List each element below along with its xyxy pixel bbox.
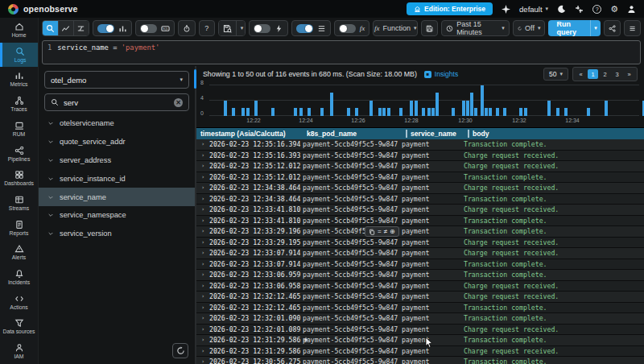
table-row[interactable]: ›2026-02-23 12:32:12.465payment-5ccb49f5… [196, 303, 644, 314]
table-row[interactable]: ›2026-02-23 12:32:01.090payment-5ccb49f5… [196, 313, 644, 325]
histogram-bar[interactable] [224, 101, 227, 116]
table-row[interactable]: ›2026-02-23 12:33:07.914payment-5ccb49f5… [196, 259, 644, 271]
pager-page-1[interactable]: 1 [588, 69, 598, 79]
histogram-bar[interactable] [503, 108, 506, 116]
saved-search-button[interactable] [219, 21, 236, 35]
help-icon[interactable]: ? [592, 5, 601, 14]
column-header-pod[interactable]: k8s_pod_name [303, 128, 402, 139]
expand-row-icon[interactable]: › [196, 358, 209, 364]
histogram-bar[interactable] [387, 108, 390, 116]
histogram-bar[interactable] [452, 108, 455, 116]
histogram-bar[interactable] [254, 101, 258, 116]
insights-link[interactable]: ■ Insights [424, 70, 458, 78]
run-query-dropdown[interactable]: ▾ [590, 20, 601, 36]
expand-row-icon[interactable]: › [196, 174, 209, 180]
histogram-bar[interactable] [378, 108, 382, 116]
histogram-bar[interactable] [587, 108, 590, 116]
table-row[interactable]: ›2026-02-23 12:35:16.394payment-5ccb49f5… [196, 139, 644, 151]
function-toggle[interactable] [339, 24, 356, 33]
expand-row-icon[interactable]: › [196, 196, 209, 202]
quick-mode-toggle[interactable] [254, 24, 270, 33]
sidebar-item-pipelines[interactable]: Pipelines [0, 141, 38, 166]
histogram-bar[interactable] [470, 93, 473, 116]
column-header-timestamp[interactable]: timestamp (Asia/Calcutta) [196, 128, 303, 139]
auto-refresh-select[interactable]: Off ▾ [513, 20, 546, 36]
field-item-service_instance_id[interactable]: service_instance_id [39, 169, 195, 188]
sidebar-item-dashboards[interactable]: Dashboards [0, 166, 38, 191]
sidebar-item-reports[interactable]: Reports [0, 216, 38, 241]
add-field-icon[interactable]: ⊕ [390, 228, 395, 235]
table-row[interactable]: ›2026-02-23 12:32:01.089payment-5ccb49f5… [196, 325, 644, 336]
pager-page-2[interactable]: 2 [600, 69, 610, 79]
histogram-bar[interactable] [294, 108, 297, 116]
expand-row-icon[interactable]: › [196, 228, 209, 234]
community-slack-icon[interactable] [575, 5, 584, 14]
histogram-bar[interactable] [410, 101, 413, 116]
expand-row-icon[interactable]: › [196, 337, 209, 343]
table-row[interactable]: ›2026-02-23 12:34:38.464payment-5ccb49f5… [196, 183, 644, 194]
query-help-button[interactable]: ? [199, 20, 215, 36]
histogram-bar[interactable] [547, 101, 551, 116]
table-row[interactable]: ›2026-02-23 12:35:12.012payment-5ccb49f5… [196, 172, 644, 184]
pager-page-3[interactable]: 3 [612, 69, 622, 79]
histogram-bar[interactable] [427, 108, 431, 116]
refresh-fields-button[interactable] [172, 343, 188, 358]
expand-row-icon[interactable]: › [196, 348, 209, 354]
panel-splitter-handle[interactable] [194, 69, 196, 89]
org-selector[interactable]: default ▾ [519, 5, 548, 14]
sidebar-item-home[interactable]: Home [0, 18, 38, 43]
sidebar-item-actions[interactable]: Actions [0, 290, 38, 315]
expand-row-icon[interactable]: › [196, 315, 209, 321]
sql-mode-toggle[interactable] [140, 24, 157, 33]
table-row[interactable]: ›2026-02-23 12:33:07.914payment-5ccb49f5… [196, 248, 644, 259]
page-size-select[interactable]: 50 ▾ [543, 68, 568, 81]
column-resize-handle[interactable] [406, 130, 407, 138]
results-list-toggle[interactable] [296, 24, 313, 33]
histogram-plot[interactable]: 048 [209, 84, 639, 116]
histogram-bar[interactable] [369, 101, 373, 116]
table-row[interactable]: ›2026-02-23 12:31:29.586payment-5ccb49f5… [196, 335, 644, 346]
interval-mode-button[interactable] [73, 21, 89, 35]
save-function-button[interactable] [421, 20, 438, 36]
histogram-bar[interactable] [382, 108, 386, 116]
field-item-quote_service_addr[interactable]: quote_service_addr [39, 133, 195, 151]
column-header-body[interactable]: body [464, 128, 644, 139]
column-header-service[interactable]: service_name [402, 128, 464, 139]
expand-row-icon[interactable]: › [196, 141, 209, 147]
settings-gear-icon[interactable]: ⚙ [610, 5, 618, 14]
histogram-bar[interactable] [422, 108, 425, 116]
histogram-bar[interactable] [246, 108, 250, 116]
field-search-input[interactable]: serv ✕ [44, 93, 189, 111]
sidebar-item-incidents[interactable]: Incidents [0, 265, 38, 290]
histogram-bar[interactable] [355, 108, 358, 116]
expand-row-icon[interactable]: › [196, 217, 209, 224]
table-row[interactable]: ›2026-02-23 12:33:29.196payment-5ccb49f5… [196, 226, 644, 238]
histogram-bar[interactable] [496, 108, 499, 116]
histogram-bar[interactable] [299, 108, 303, 116]
exclude-filter-icon[interactable]: ≠ [384, 228, 387, 235]
table-row[interactable]: ›2026-02-23 12:33:06.959payment-5ccb49f5… [196, 270, 644, 281]
histogram-bar[interactable] [519, 108, 522, 116]
pager-prev-button[interactable]: « [576, 69, 586, 79]
stopwatch-button[interactable] [178, 20, 196, 36]
field-item-service_version[interactable]: service_version [39, 225, 195, 243]
expand-row-icon[interactable]: › [196, 304, 209, 311]
field-item-service_name[interactable]: service_name [39, 188, 195, 206]
histogram-bar[interactable] [564, 108, 568, 116]
share-button[interactable] [604, 20, 621, 36]
expand-row-icon[interactable]: › [196, 271, 209, 278]
expand-row-icon[interactable]: › [196, 184, 209, 191]
dark-mode-moon-icon[interactable] [557, 5, 566, 14]
histogram-bar[interactable] [485, 108, 488, 116]
pager-next-button[interactable]: » [624, 69, 634, 79]
field-item-server_address[interactable]: server_address [39, 151, 195, 170]
histogram-bar[interactable] [308, 108, 311, 116]
expand-row-icon[interactable]: › [196, 239, 209, 246]
table-row[interactable]: ›2026-02-23 12:33:41.810payment-5ccb49f5… [196, 216, 644, 227]
expand-row-icon[interactable]: › [196, 163, 209, 169]
sidebar-item-logs[interactable]: Logs [0, 43, 38, 68]
copy-icon[interactable] [369, 229, 375, 235]
sidebar-item-data-sources[interactable]: Data sources [0, 314, 38, 339]
histogram-bar[interactable] [466, 101, 469, 116]
histogram-bar[interactable] [474, 108, 477, 116]
